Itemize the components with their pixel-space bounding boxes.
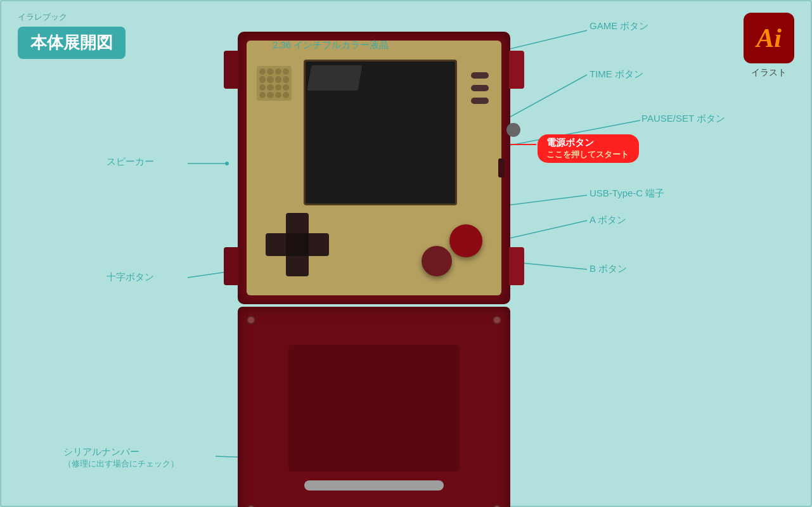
game-button[interactable] <box>471 72 489 79</box>
time-btn-annotation: TIME ボタン <box>590 68 643 80</box>
title-badge: 本体展開図 <box>18 27 126 59</box>
speaker-dot <box>283 84 289 91</box>
speaker-dot <box>259 68 266 75</box>
ai-icon-text: Ai <box>756 23 782 53</box>
b-button[interactable] <box>422 246 452 276</box>
dpad-annotation: 十字ボタン <box>106 271 154 283</box>
speaker-dot <box>259 76 266 82</box>
power-btn-annotation: 電源ボタン ここを押してスタート <box>538 134 639 163</box>
serial-label: シリアルナンバー <box>63 446 179 458</box>
device-screen <box>304 60 457 205</box>
header: イラレブック 本体展開図 <box>18 11 126 59</box>
pause-btn-annotation: PAUSE/SET ボタン <box>641 113 725 125</box>
display-label: 2.36 インチフルカラー液晶 <box>273 39 389 50</box>
usb-label: USB-Type-C 端子 <box>590 188 664 198</box>
page-title: 本体展開図 <box>30 33 113 52</box>
speaker-label: スピーカー <box>106 156 154 167</box>
screw-bottom-left <box>247 504 255 507</box>
screen-shine <box>307 65 362 91</box>
inner-bezel <box>247 41 501 295</box>
ai-label: イラスト <box>751 67 787 79</box>
speaker-dot <box>283 76 289 82</box>
speaker-dot <box>259 84 266 91</box>
game-btn-annotation: GAME ボタン <box>590 20 648 32</box>
speaker-dot <box>283 92 289 98</box>
speaker-dot <box>267 68 273 75</box>
side-tab-left <box>224 51 239 89</box>
speaker-dot <box>283 68 289 75</box>
screw-bottom-right <box>493 504 501 507</box>
power-btn-label: 電源ボタン <box>546 137 630 149</box>
dpad-center <box>286 233 309 256</box>
speaker-grille <box>257 66 292 101</box>
side-tab-right <box>509 51 524 89</box>
game-btn-label: GAME ボタン <box>590 20 648 31</box>
dpad[interactable] <box>266 213 329 276</box>
device-illustration <box>197 32 551 507</box>
side-tab-left-bottom <box>224 247 239 285</box>
time-btn-label: TIME ボタン <box>590 68 643 79</box>
dpad-label: 十字ボタン <box>106 271 154 282</box>
speaker-dot <box>275 68 281 75</box>
usb-annotation: USB-Type-C 端子 <box>590 188 664 200</box>
b-btn-annotation: B ボタン <box>590 263 627 275</box>
speaker-dot <box>275 92 281 98</box>
speaker-dot <box>267 76 273 82</box>
speaker-annotation: スピーカー <box>106 156 154 168</box>
dpad-wrapper <box>266 213 329 276</box>
speaker-dot <box>259 92 266 98</box>
brand-text: イラレブック <box>18 11 126 23</box>
a-btn-annotation: A ボタン <box>590 214 626 226</box>
speaker-dot <box>275 76 281 82</box>
display-annotation: 2.36 インチフルカラー液晶 <box>273 39 389 51</box>
screw-top-right <box>493 316 501 324</box>
small-buttons <box>471 72 489 104</box>
a-btn-label: A ボタン <box>590 214 626 225</box>
time-button[interactable] <box>471 85 489 91</box>
pause-btn-label: PAUSE/SET ボタン <box>641 113 725 124</box>
b-btn-label: B ボタン <box>590 263 627 274</box>
serial-annotation: シリアルナンバー （修理に出す場合にチェック） <box>63 446 179 470</box>
serial-note-label: （修理に出す場合にチェック） <box>63 458 179 470</box>
ai-icon: Ai <box>744 13 794 63</box>
screw-top-left <box>247 316 255 324</box>
speaker-dot <box>267 84 273 91</box>
side-tab-right-bottom <box>509 247 524 285</box>
a-button[interactable] <box>449 224 482 257</box>
lower-body <box>238 307 510 507</box>
battery-cover <box>288 345 460 472</box>
ai-badge: Ai イラスト <box>744 13 794 79</box>
pause-set-button[interactable] <box>471 98 489 104</box>
upper-body <box>235 32 513 304</box>
power-button[interactable] <box>506 123 520 137</box>
device-outer-top <box>238 32 510 304</box>
speaker-dot <box>267 92 273 98</box>
serial-bar <box>304 480 444 491</box>
speaker-dot <box>275 84 281 91</box>
power-hint-label: ここを押してスタート <box>546 149 630 160</box>
usb-port <box>498 158 505 177</box>
